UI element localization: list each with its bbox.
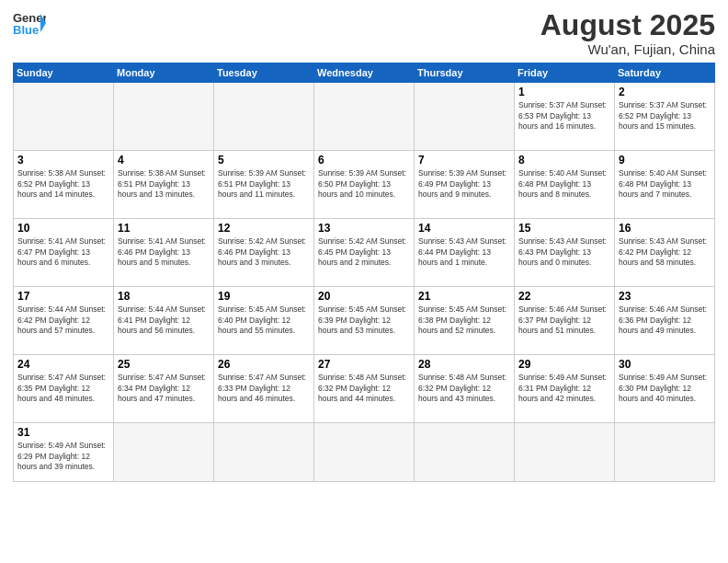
table-row	[415, 83, 515, 151]
day-info: Sunrise: 5:41 AM Sunset: 6:46 PM Dayligh…	[118, 236, 210, 268]
day-number: 13	[318, 222, 410, 235]
days-header-row: Sunday Monday Tuesday Wednesday Thursday…	[14, 63, 715, 83]
day-number: 31	[17, 426, 109, 439]
day-number: 9	[619, 154, 711, 167]
day-number: 23	[619, 290, 711, 303]
day-number: 20	[318, 290, 410, 303]
table-row	[314, 83, 415, 151]
day-number: 4	[118, 154, 210, 167]
table-row: 2Sunrise: 5:37 AM Sunset: 6:52 PM Daylig…	[615, 83, 715, 151]
day-info: Sunrise: 5:46 AM Sunset: 6:37 PM Dayligh…	[518, 304, 610, 336]
day-info: Sunrise: 5:43 AM Sunset: 6:44 PM Dayligh…	[418, 236, 510, 268]
day-number: 30	[619, 358, 711, 371]
table-row: 16Sunrise: 5:43 AM Sunset: 6:42 PM Dayli…	[615, 219, 715, 287]
day-info: Sunrise: 5:37 AM Sunset: 6:53 PM Dayligh…	[518, 100, 610, 132]
table-row: 13Sunrise: 5:42 AM Sunset: 6:45 PM Dayli…	[314, 219, 415, 287]
table-row	[114, 423, 214, 482]
day-number: 5	[218, 154, 310, 167]
table-row	[114, 83, 214, 151]
calendar-page: General Blue August 2025 Wu'an, Fujian, …	[0, 0, 728, 563]
table-row: 30Sunrise: 5:49 AM Sunset: 6:30 PM Dayli…	[615, 355, 715, 423]
table-row	[214, 83, 314, 151]
table-row: 27Sunrise: 5:48 AM Sunset: 6:32 PM Dayli…	[314, 355, 415, 423]
day-number: 7	[418, 154, 510, 167]
day-number: 26	[218, 358, 310, 371]
day-info: Sunrise: 5:41 AM Sunset: 6:47 PM Dayligh…	[17, 236, 109, 268]
table-row: 23Sunrise: 5:46 AM Sunset: 6:36 PM Dayli…	[615, 287, 715, 355]
day-number: 28	[418, 358, 510, 371]
day-number: 2	[619, 86, 711, 98]
day-number: 22	[518, 290, 610, 303]
day-info: Sunrise: 5:40 AM Sunset: 6:48 PM Dayligh…	[518, 168, 610, 200]
table-row: 18Sunrise: 5:44 AM Sunset: 6:41 PM Dayli…	[114, 287, 214, 355]
table-row	[615, 423, 715, 482]
day-info: Sunrise: 5:46 AM Sunset: 6:36 PM Dayligh…	[619, 304, 711, 336]
table-row: 21Sunrise: 5:45 AM Sunset: 6:38 PM Dayli…	[415, 287, 515, 355]
title-block: August 2025 Wu'an, Fujian, China	[540, 9, 715, 57]
day-info: Sunrise: 5:49 AM Sunset: 6:30 PM Dayligh…	[619, 373, 711, 404]
header: General Blue August 2025 Wu'an, Fujian, …	[13, 9, 715, 57]
table-row: 10Sunrise: 5:41 AM Sunset: 6:47 PM Dayli…	[14, 219, 114, 287]
table-row	[515, 423, 615, 482]
header-thursday: Thursday	[415, 63, 515, 83]
day-number: 1	[518, 86, 610, 98]
day-number: 24	[17, 358, 109, 371]
table-row	[14, 83, 114, 151]
day-number: 6	[318, 154, 410, 167]
table-row: 26Sunrise: 5:47 AM Sunset: 6:33 PM Dayli…	[214, 355, 314, 423]
day-info: Sunrise: 5:37 AM Sunset: 6:52 PM Dayligh…	[619, 100, 711, 132]
table-row: 3Sunrise: 5:38 AM Sunset: 6:52 PM Daylig…	[14, 151, 114, 219]
day-number: 18	[118, 290, 210, 303]
day-info: Sunrise: 5:49 AM Sunset: 6:29 PM Dayligh…	[17, 441, 109, 472]
day-info: Sunrise: 5:39 AM Sunset: 6:49 PM Dayligh…	[418, 168, 510, 200]
day-info: Sunrise: 5:44 AM Sunset: 6:41 PM Dayligh…	[118, 304, 210, 336]
table-row: 17Sunrise: 5:44 AM Sunset: 6:42 PM Dayli…	[14, 287, 114, 355]
table-row: 19Sunrise: 5:45 AM Sunset: 6:40 PM Dayli…	[214, 287, 314, 355]
header-friday: Friday	[515, 63, 615, 83]
day-info: Sunrise: 5:43 AM Sunset: 6:42 PM Dayligh…	[619, 236, 711, 268]
day-number: 11	[118, 222, 210, 235]
day-number: 15	[518, 222, 610, 235]
table-row: 24Sunrise: 5:47 AM Sunset: 6:35 PM Dayli…	[14, 355, 114, 423]
day-number: 17	[17, 290, 109, 303]
logo-icon: General Blue	[13, 9, 46, 37]
day-number: 19	[218, 290, 310, 303]
table-row: 20Sunrise: 5:45 AM Sunset: 6:39 PM Dayli…	[314, 287, 415, 355]
day-number: 12	[218, 222, 310, 235]
header-wednesday: Wednesday	[314, 63, 415, 83]
calendar-table: Sunday Monday Tuesday Wednesday Thursday…	[13, 63, 715, 482]
table-row: 11Sunrise: 5:41 AM Sunset: 6:46 PM Dayli…	[114, 219, 214, 287]
day-number: 14	[418, 222, 510, 235]
table-row: 22Sunrise: 5:46 AM Sunset: 6:37 PM Dayli…	[515, 287, 615, 355]
day-number: 27	[318, 358, 410, 371]
table-row: 12Sunrise: 5:42 AM Sunset: 6:46 PM Dayli…	[214, 219, 314, 287]
table-row: 15Sunrise: 5:43 AM Sunset: 6:43 PM Dayli…	[515, 219, 615, 287]
table-row: 28Sunrise: 5:48 AM Sunset: 6:32 PM Dayli…	[415, 355, 515, 423]
table-row: 9Sunrise: 5:40 AM Sunset: 6:48 PM Daylig…	[615, 151, 715, 219]
day-number: 25	[118, 358, 210, 371]
day-info: Sunrise: 5:45 AM Sunset: 6:38 PM Dayligh…	[418, 304, 510, 336]
day-info: Sunrise: 5:45 AM Sunset: 6:39 PM Dayligh…	[318, 304, 410, 336]
table-row: 6Sunrise: 5:39 AM Sunset: 6:50 PM Daylig…	[314, 151, 415, 219]
day-number: 16	[619, 222, 711, 235]
table-row: 31Sunrise: 5:49 AM Sunset: 6:29 PM Dayli…	[14, 423, 114, 482]
day-info: Sunrise: 5:44 AM Sunset: 6:42 PM Dayligh…	[17, 304, 109, 336]
header-monday: Monday	[114, 63, 214, 83]
day-info: Sunrise: 5:48 AM Sunset: 6:32 PM Dayligh…	[418, 373, 510, 404]
day-info: Sunrise: 5:45 AM Sunset: 6:40 PM Dayligh…	[218, 304, 310, 336]
day-number: 29	[518, 358, 610, 371]
day-info: Sunrise: 5:39 AM Sunset: 6:51 PM Dayligh…	[218, 168, 310, 200]
calendar-subtitle: Wu'an, Fujian, China	[540, 41, 715, 57]
day-info: Sunrise: 5:42 AM Sunset: 6:45 PM Dayligh…	[318, 236, 410, 268]
day-info: Sunrise: 5:48 AM Sunset: 6:32 PM Dayligh…	[318, 373, 410, 404]
table-row: 7Sunrise: 5:39 AM Sunset: 6:49 PM Daylig…	[415, 151, 515, 219]
day-info: Sunrise: 5:42 AM Sunset: 6:46 PM Dayligh…	[218, 236, 310, 268]
day-number: 21	[418, 290, 510, 303]
day-info: Sunrise: 5:43 AM Sunset: 6:43 PM Dayligh…	[518, 236, 610, 268]
table-row: 5Sunrise: 5:39 AM Sunset: 6:51 PM Daylig…	[214, 151, 314, 219]
logo: General Blue	[13, 9, 46, 37]
table-row: 8Sunrise: 5:40 AM Sunset: 6:48 PM Daylig…	[515, 151, 615, 219]
day-info: Sunrise: 5:39 AM Sunset: 6:50 PM Dayligh…	[318, 168, 410, 200]
day-info: Sunrise: 5:47 AM Sunset: 6:35 PM Dayligh…	[17, 373, 109, 404]
table-row: 1Sunrise: 5:37 AM Sunset: 6:53 PM Daylig…	[515, 83, 615, 151]
